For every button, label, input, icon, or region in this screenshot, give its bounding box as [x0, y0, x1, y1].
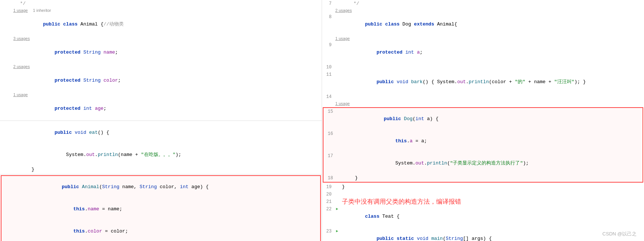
left-panel: */ 1 usage 1 inheritor public class Anim… [0, 0, 322, 241]
line-16-this-a: 16 this.a = a; [323, 130, 643, 152]
line-11-bark: 11 public void bark() { System.out.print… [322, 71, 644, 93]
line-this-name: this.name = name; [1, 198, 320, 220]
usage-animal-class: 1 usage 1 inheritor [0, 7, 322, 13]
line-eat-method: public void eat() { [0, 122, 322, 144]
dog-constructor-box: 15 public Dog(int a) { 16 this.a = a; 17 [323, 107, 643, 183]
line-eat-body: System.out.println(name + "在吃饭。。。"); [0, 144, 322, 166]
line-19-class-close: 19 } [322, 183, 644, 191]
usage-dog-constructor: 1 usage [322, 101, 644, 106]
usage-color-field: 2 usages [0, 64, 322, 69]
line-22-teat-class: 22 ▶ class Teat { [322, 206, 644, 228]
right-panel: 7 */ 2 usages 8 public class Dog extends… [322, 0, 644, 241]
separator-2 [0, 174, 322, 174]
line-color-field: protected String color; [0, 69, 322, 92]
usage-name-field: 3 usages [0, 35, 322, 41]
watermark: CSDN @以己之 [602, 231, 637, 237]
line-name-field: protected String name; [0, 41, 322, 64]
line-7-comment: 7 */ [322, 0, 644, 7]
line-9-a-field: 9 protected int a; [322, 41, 644, 64]
usage-a-field: 1 usage [322, 35, 644, 41]
line-eat-close: } [0, 166, 322, 173]
line-comment-end: */ [0, 0, 322, 7]
line-18-close: 18 } [323, 174, 643, 182]
line-15-dog-constructor: 15 public Dog(int a) { [323, 108, 643, 130]
line-17-println: 17 System.out.println("子类显示定义的构造方法执行了"); [323, 152, 643, 174]
line-class-animal: public class Animal {//动物类 [0, 13, 322, 35]
line-animal-constructor: public Animal(String name, String color,… [1, 176, 320, 198]
constructor-highlight-box: public Animal(String name, String color,… [1, 175, 321, 241]
line-age-field: protected int age; [0, 98, 322, 120]
usage-dog-class: 2 usages [322, 7, 644, 13]
line-14-empty: 14 [322, 93, 644, 101]
left-code-area: */ 1 usage 1 inheritor public class Anim… [0, 0, 322, 241]
line-10-empty: 10 [322, 64, 644, 71]
line-this-color: this.color = color; [1, 220, 320, 241]
line-20-empty: 20 [322, 191, 644, 198]
line-8-dog-class: 8 public class Dog extends Animal{ [322, 13, 644, 35]
separator-1 [0, 120, 322, 121]
line-21-caption: 21 子类中没有调用父类的构造方法，编译报错 [322, 198, 644, 206]
right-code-area: 7 */ 2 usages 8 public class Dog extends… [322, 0, 644, 241]
line-23-main: 23 ▶ public static void main(String[] ar… [322, 228, 644, 241]
run-arrow-22[interactable]: ▶ [336, 206, 338, 213]
usage-age-field: 1 usage [0, 92, 322, 98]
run-arrow-23[interactable]: ▶ [336, 228, 338, 235]
